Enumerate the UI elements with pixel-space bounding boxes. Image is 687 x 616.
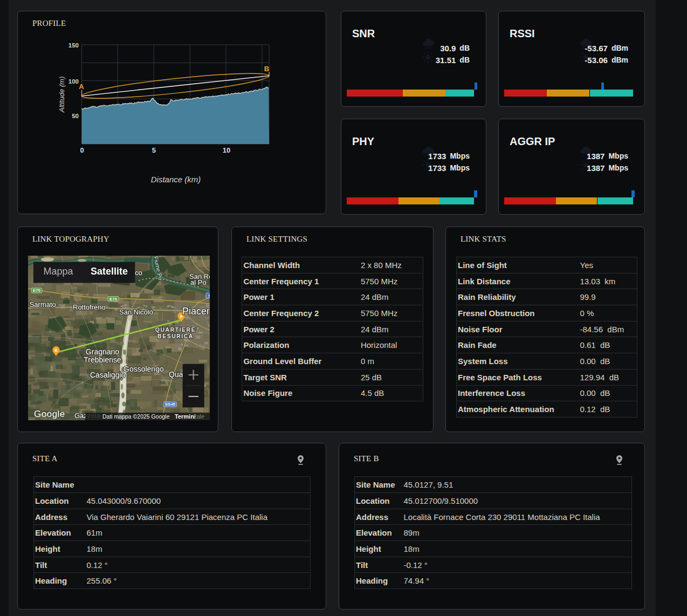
svg-text:10: 10: [223, 146, 230, 154]
svg-text:Termini: Termini: [175, 413, 196, 420]
svg-text:Distance (km): Distance (km): [151, 175, 201, 184]
svg-text:B: B: [54, 348, 58, 353]
svg-text:zale: zale: [194, 413, 204, 420]
svg-text:Altitude (m): Altitude (m): [58, 77, 66, 113]
svg-text:Rottofreno: Rottofreno: [73, 303, 106, 311]
svg-text:QUARTIERE: QUARTIERE: [155, 326, 196, 333]
svg-text:0: 0: [80, 146, 84, 154]
svg-text:Google: Google: [34, 409, 65, 419]
svg-text:co: co: [135, 269, 142, 277]
svg-text:100: 100: [68, 78, 79, 85]
svg-text:San Nicolò: San Nicolò: [119, 308, 153, 316]
svg-text:E70: E70: [109, 297, 118, 302]
svg-text:SS45: SS45: [165, 402, 176, 407]
svg-text:E70: E70: [33, 288, 41, 293]
svg-text:B: B: [264, 65, 269, 73]
svg-text:Satellite: Satellite: [91, 266, 128, 277]
svg-text:Sarmato: Sarmato: [30, 300, 56, 309]
svg-text:Dati mappa ©2025 Google: Dati mappa ©2025 Google: [102, 413, 170, 420]
svg-text:5: 5: [152, 146, 156, 154]
svg-text:A: A: [79, 83, 84, 91]
svg-text:150: 150: [68, 42, 79, 49]
svg-text:Gragnano: Gragnano: [86, 347, 119, 356]
svg-text:Trebbiense: Trebbiense: [84, 355, 121, 364]
svg-text:50: 50: [72, 113, 79, 119]
svg-text:S: S: [208, 293, 210, 298]
svg-text:Mappa: Mappa: [44, 266, 74, 277]
svg-text:al Po: al Po: [190, 278, 207, 286]
svg-text:Piacen: Piacen: [182, 306, 210, 317]
svg-text:BESURICA: BESURICA: [157, 333, 194, 339]
svg-text:Casaliggio: Casaliggio: [90, 371, 126, 379]
svg-text:Gossolengo: Gossolengo: [123, 365, 164, 373]
